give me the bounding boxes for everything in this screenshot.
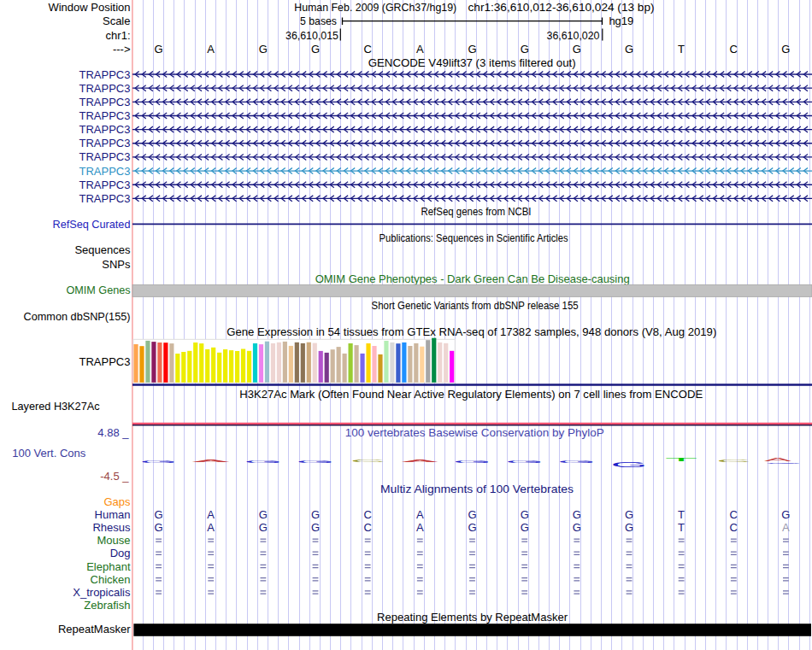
svg-text:A: A [416,508,424,521]
svg-text:G: G [557,460,596,464]
svg-text:G: G [625,508,633,521]
svg-text:5 bases: 5 bases [300,15,337,27]
svg-text:TRAPPC3: TRAPPC3 [79,150,131,163]
svg-text:Mouse: Mouse [97,534,130,547]
svg-text:G: G [468,43,476,56]
svg-text:SNPs: SNPs [102,258,131,271]
svg-text:A: A [416,43,424,56]
svg-text:G: G [781,43,790,56]
svg-text:Gene Expression in 54 tissues: Gene Expression in 54 tissues from GTEx … [227,325,716,338]
svg-text:RefSeq genes from NCBI: RefSeq genes from NCBI [421,205,532,218]
svg-text:C: C [730,521,738,534]
svg-text:G: G [296,460,334,464]
svg-text:G: G [764,462,803,465]
svg-text:Short Genetic Variants from db: Short Genetic Variants from dbSNP releas… [372,299,579,312]
svg-text:G: G [140,460,178,464]
svg-text:G: G [610,460,647,469]
svg-text:G: G [573,521,581,534]
svg-text:Rhesus: Rhesus [92,521,131,534]
svg-text:A: A [207,43,215,56]
svg-text:Repeating Elements by RepeatMa: Repeating Elements by RepeatMasker [377,611,568,624]
svg-text:Window Position: Window Position [48,1,130,14]
svg-text:G: G [521,521,529,534]
svg-text:G: G [521,508,529,521]
svg-text:Chicken: Chicken [91,573,131,586]
svg-text:Elephant: Elephant [86,560,131,573]
svg-text:A: A [207,508,215,521]
svg-text:Human Feb. 2009 (GRCh37/hg19): Human Feb. 2009 (GRCh37/hg19) [294,1,456,14]
svg-text:OMIM Gene Phenotypes - Dark Gr: OMIM Gene Phenotypes - Dark Green Can Be… [315,272,630,285]
svg-text:Dog: Dog [110,547,131,559]
svg-text:C: C [364,43,372,56]
svg-text:T: T [678,43,685,56]
svg-text:A: A [192,460,230,462]
svg-text:T: T [678,521,685,534]
svg-text:Scale: Scale [103,15,131,27]
svg-text:G: G [505,460,544,464]
svg-text:TRAPPC3: TRAPPC3 [79,109,131,122]
svg-text:G: G [155,521,163,534]
svg-text:G: G [311,521,320,534]
svg-text:C: C [716,459,750,463]
svg-text:Common dbSNP(155): Common dbSNP(155) [24,310,131,323]
svg-text:G: G [155,43,163,56]
svg-text:A: A [402,460,439,463]
svg-text:-4.5 _: -4.5 _ [100,470,129,483]
svg-text:C: C [730,43,738,56]
svg-text:G: G [259,508,268,521]
svg-text:TRAPPC3: TRAPPC3 [79,82,131,95]
svg-text:C: C [364,508,372,521]
svg-text:Sequences: Sequences [74,243,131,256]
svg-text:G: G [311,43,320,56]
svg-text:G: G [625,43,633,56]
svg-text:G: G [155,508,163,521]
svg-text:TRAPPC3: TRAPPC3 [79,96,131,108]
svg-text:OMIM Genes: OMIM Genes [67,284,131,296]
svg-text:Zebrafish: Zebrafish [84,599,130,612]
svg-text:C: C [350,460,385,463]
svg-text:TRAPPC3: TRAPPC3 [79,68,131,81]
svg-text:Publications: Sequences in Sci: Publications: Sequences in Scientific Ar… [380,231,568,244]
svg-text:G: G [625,521,633,534]
svg-text:G: G [573,43,581,56]
svg-text:T: T [678,508,685,521]
svg-text:Layered H3K27Ac: Layered H3K27Ac [12,400,100,413]
svg-text:X_tropicalis: X_tropicalis [73,586,131,599]
svg-text:RepeatMasker: RepeatMasker [58,623,131,635]
svg-text:RefSeq Curated: RefSeq Curated [53,218,131,231]
svg-text:G: G [453,460,491,464]
svg-text:TRAPPC3: TRAPPC3 [79,192,131,205]
svg-text:--->: ---> [113,43,131,56]
svg-text:C: C [364,521,372,534]
svg-text:36,610,015: 36,610,015 [285,29,338,42]
svg-text:G: G [468,508,476,521]
svg-text:G: G [468,521,476,534]
svg-text:G: G [521,43,529,56]
svg-text:T: T [665,458,697,462]
svg-text:H3K27Ac Mark (Often Found Near: H3K27Ac Mark (Often Found Near Active Re… [239,388,703,401]
svg-text:G: G [244,460,282,464]
svg-text:TRAPPC3: TRAPPC3 [79,123,131,136]
svg-text:TRAPPC3: TRAPPC3 [79,179,131,191]
svg-text:A: A [416,521,424,534]
svg-text:Human: Human [95,508,131,521]
svg-text:GENCODE V49lift37 (3 items fil: GENCODE V49lift37 (3 items filtered out) [368,56,576,69]
svg-text:G: G [259,43,268,56]
svg-text:chr1:: chr1: [106,29,131,42]
svg-text:C: C [730,508,738,521]
svg-text:Gaps: Gaps [103,495,131,508]
svg-text:A: A [782,521,790,534]
svg-text:G: G [573,508,581,521]
svg-text:A: A [207,521,215,534]
svg-text:G: G [781,508,790,521]
svg-text:TRAPPC3: TRAPPC3 [79,165,131,178]
svg-text:G: G [259,521,268,534]
svg-text:chr1:36,610,012-36,610,024 (13: chr1:36,610,012-36,610,024 (13 bp) [468,1,655,14]
svg-text:TRAPPC3: TRAPPC3 [79,137,131,149]
svg-text:hg19: hg19 [609,15,633,27]
svg-text:G: G [311,508,320,521]
svg-text:Multiz Alignments of 100 Verte: Multiz Alignments of 100 Vertebrates [380,483,574,495]
svg-text:100 Vert. Cons: 100 Vert. Cons [12,447,85,460]
svg-text:100 vertebrates Basewise Conse: 100 vertebrates Basewise Conservation by… [345,426,604,439]
svg-text:36,610,020: 36,610,020 [547,29,600,42]
